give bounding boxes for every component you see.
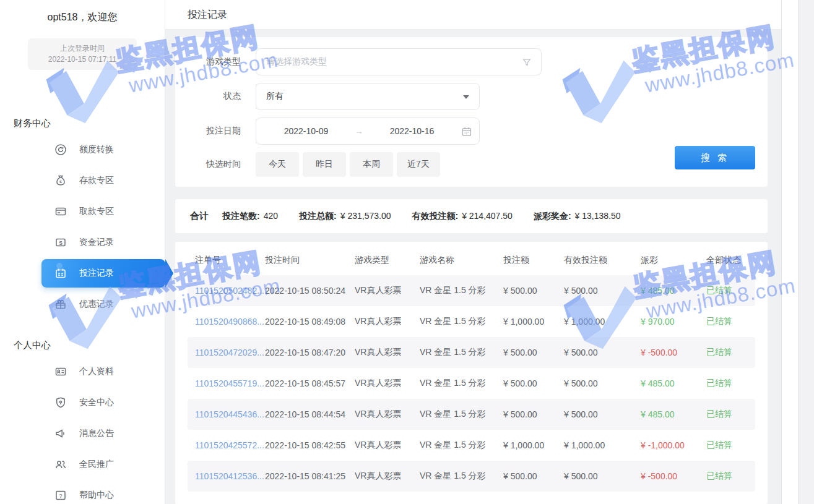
sidebar-item-announcements[interactable]: 消息公告 [41,418,165,449]
status-badge: 已结算 [706,316,732,326]
payout-amount: ¥ 485.00 [641,378,675,388]
game-type-select[interactable]: 请选择游戏类型 [256,48,542,75]
moneybag-icon: s [54,174,67,187]
bet-amount: ¥ 500.00 [503,378,537,388]
last-login-time: 2022-10-15 07:17:11 [28,54,137,65]
status-select[interactable]: 所有 [256,83,480,110]
game-type: VR真人彩票 [355,471,401,481]
valid-bet-amount: ¥ 1,000.00 [564,317,605,327]
valid-bet-amount: ¥ 500.00 [564,348,598,357]
summary-bar: 合计 投注笔数:420 投注总额:¥ 231,573.00 有效投注额:¥ 21… [175,199,768,233]
date-range-input[interactable]: 2022-10-09 → 2022-10-16 [256,117,480,145]
order-id-link[interactable]: 1101520502482... [195,286,264,296]
sidebar-section-finance: 财务中心 [14,117,165,129]
sidebar-item-referral[interactable]: 全民推广 [41,449,165,480]
bet-amount: ¥ 1,000.00 [503,440,544,450]
col-order-id: 注单号 [188,246,265,275]
order-id-link[interactable]: 1101520490868... [195,317,264,327]
game-type: VR真人彩票 [355,378,401,388]
calendar-icon [54,267,67,280]
sidebar-item-label: 帮助中心 [79,490,114,501]
col-status: 全部状态 [706,246,755,275]
bet-time: 2022-10-15 08:42:55 [265,440,345,450]
quick-this-week-button[interactable]: 本周 [350,152,393,177]
sidebar-nav-finance: 额度转换s存款专区取款专区S资金记录投注记录优惠记录 [0,134,165,320]
search-button[interactable]: 搜 索 [675,146,755,169]
bet-records-table: 注单号 投注时间 游戏类型 游戏名称 投注额 有效投注额 派彩 全部状态 110… [188,246,755,492]
shield-icon [54,396,67,409]
summary-title: 合计 [190,210,209,222]
table-row: 1101520425572...2022-10-15 08:42:55VR真人彩… [188,430,755,461]
col-bet-time: 投注时间 [265,246,355,275]
sidebar-item-help[interactable]: ?帮助中心 [41,480,165,504]
game-name: VR 金星 1.5 分彩 [420,316,486,326]
bet-amount: ¥ 500.00 [503,471,537,481]
main-body: 游戏类型 请选择游戏类型 状态 所有 投注日期 2022-10-09 → 202… [165,30,814,504]
table-row: 1101520412536...2022-10-15 08:41:25VR真人彩… [188,461,755,492]
order-id-link[interactable]: 1101520472029... [195,348,264,357]
sidebar-item-label: 优惠记录 [79,299,114,310]
sidebar-item-bet-record[interactable]: 投注记录 [41,259,165,288]
table-row: 1101520490868...2022-10-15 08:49:08VR真人彩… [188,306,755,337]
scrollbar[interactable] [781,0,799,504]
payout-amount: ¥ 485.00 [641,409,675,419]
game-name: VR 金星 1.5 分彩 [420,409,486,419]
sidebar-item-security[interactable]: 安全中心 [41,387,165,418]
sidebar-nav-personal: 个人资料安全中心消息公告全民推广?帮助中心 [0,356,165,504]
order-id-link[interactable]: 1101520412536... [195,471,264,481]
status-value: 所有 [266,91,284,102]
table-row: 1101520502482...2022-10-15 08:50:24VR真人彩… [188,275,755,306]
sidebar-item-deposit[interactable]: s存款专区 [41,165,165,196]
status-badge: 已结算 [706,285,732,295]
sidebar-item-profile[interactable]: 个人资料 [41,356,165,387]
quick-yesterday-button[interactable]: 昨日 [303,152,346,177]
sidebar-item-quota-transfer[interactable]: 额度转换 [41,134,165,165]
quick-last7days-button[interactable]: 近7天 [397,152,440,177]
summary-bet-total: 投注总额:¥ 231,573.00 [299,211,391,222]
sidebar-item-withdraw[interactable]: 取款专区 [41,196,165,227]
game-name: VR 金星 1.5 分彩 [420,378,486,388]
order-id-link[interactable]: 1101520445436... [195,409,264,419]
bet-time: 2022-10-15 08:44:54 [265,409,345,419]
user-greeting: opt518，欢迎您 [0,0,165,24]
main-header: 投注记录 [165,0,814,30]
calendar-icon [462,127,472,137]
order-id-link[interactable]: 1101520425572... [195,440,264,450]
gift-icon [54,298,67,310]
status-badge: 已结算 [706,409,732,419]
col-bet-amount: 投注额 [503,246,564,275]
megaphone-icon [54,427,67,440]
date-start-value[interactable]: 2022-10-09 [262,126,350,136]
sidebar-item-label: 全民推广 [79,459,114,470]
sidebar-item-funds-record[interactable]: S资金记录 [41,227,165,258]
game-name: VR 金星 1.5 分彩 [420,285,486,295]
quick-today-button[interactable]: 今天 [256,152,299,177]
filter-funnel-icon [521,57,532,68]
quick-time-label: 快选时间 [188,159,241,170]
last-login-label: 上次登录时间 [28,43,137,54]
col-payout: 派彩 [641,246,706,275]
valid-bet-amount: ¥ 500.00 [564,378,598,388]
date-range-arrow: → [350,126,368,136]
game-name: VR 金星 1.5 分彩 [420,471,486,481]
sidebar-item-label: 安全中心 [79,397,114,408]
bet-amount: ¥ 500.00 [503,348,537,357]
sidebar: opt518，欢迎您 上次登录时间 2022-10-15 07:17:11 财务… [0,0,165,504]
col-game-type: 游戏类型 [355,246,420,275]
table-row: 1101520445436...2022-10-15 08:44:54VR真人彩… [188,399,755,430]
game-type: VR真人彩票 [355,316,401,326]
bet-time: 2022-10-15 08:47:20 [265,348,345,357]
valid-bet-amount: ¥ 500.00 [564,471,598,481]
svg-text:?: ? [59,493,62,499]
funds-icon: S [54,236,67,249]
sidebar-item-promo-record[interactable]: 优惠记录 [41,289,165,320]
order-id-link[interactable]: 1101520455719... [195,378,264,388]
status-badge: 已结算 [706,378,732,388]
bet-amount: ¥ 500.00 [503,286,537,296]
people-icon [54,458,67,471]
valid-bet-amount: ¥ 500.00 [564,409,598,419]
game-type: VR真人彩票 [355,285,401,295]
status-label: 状态 [188,91,241,102]
date-end-value[interactable]: 2022-10-16 [368,126,456,136]
bet-records-table-card: 注单号 投注时间 游戏类型 游戏名称 投注额 有效投注额 派彩 全部状态 110… [175,242,768,504]
